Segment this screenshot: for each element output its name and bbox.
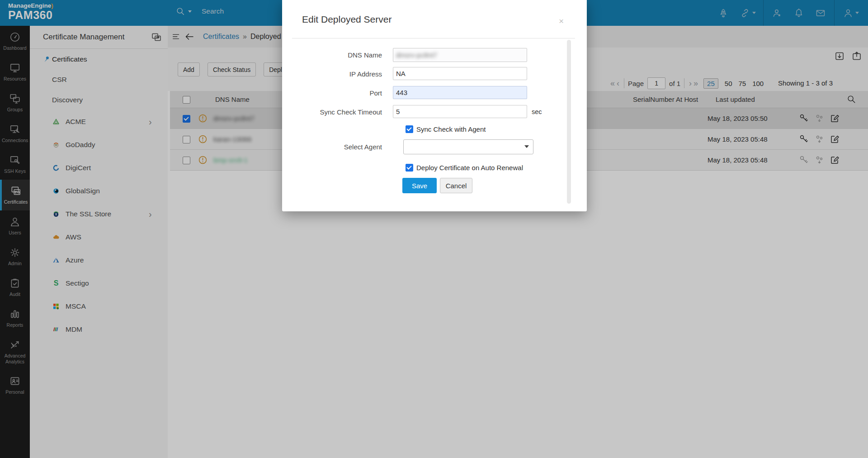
timeout-unit-label: sec — [532, 108, 542, 115]
pam360-app: ManageEngine) PAM360 Search — [0, 0, 868, 458]
cancel-button[interactable]: Cancel — [440, 178, 472, 193]
close-icon[interactable]: × — [557, 15, 566, 27]
sync-check-with-agent-checkbox[interactable] — [406, 125, 413, 133]
dns-name-field[interactable]: dmsrv-pc8nt7 — [393, 48, 527, 62]
ip-address-field[interactable] — [393, 67, 527, 80]
save-button[interactable]: Save — [402, 178, 437, 193]
sync-check-with-agent-label: Sync Check with Agent — [416, 125, 486, 133]
modal-title: Edit Deployed Server — [302, 14, 392, 25]
dns-name-label: DNS Name — [282, 51, 382, 59]
select-agent-label: Select Agent — [282, 143, 382, 151]
sync-check-timeout-label: Sync Check Timeout — [282, 108, 382, 116]
ip-address-label: IP Address — [282, 70, 382, 78]
chevron-down-icon — [524, 145, 529, 148]
deploy-on-auto-renewal-checkbox[interactable] — [406, 164, 413, 172]
deploy-on-auto-renewal-label: Deploy Certificate on Auto Renewal — [416, 164, 523, 172]
port-label: Port — [282, 89, 382, 97]
edit-deployed-server-modal: Edit Deployed Server × DNS Name dmsrv-pc… — [282, 0, 587, 211]
port-field[interactable] — [393, 86, 527, 99]
select-agent-dropdown[interactable] — [403, 139, 533, 154]
dns-name-value-redacted: dmsrv-pc8nt7 — [396, 51, 437, 59]
sync-check-timeout-field[interactable] — [393, 105, 527, 118]
modal-divider — [292, 38, 575, 38]
modal-scrollbar[interactable] — [567, 40, 571, 204]
